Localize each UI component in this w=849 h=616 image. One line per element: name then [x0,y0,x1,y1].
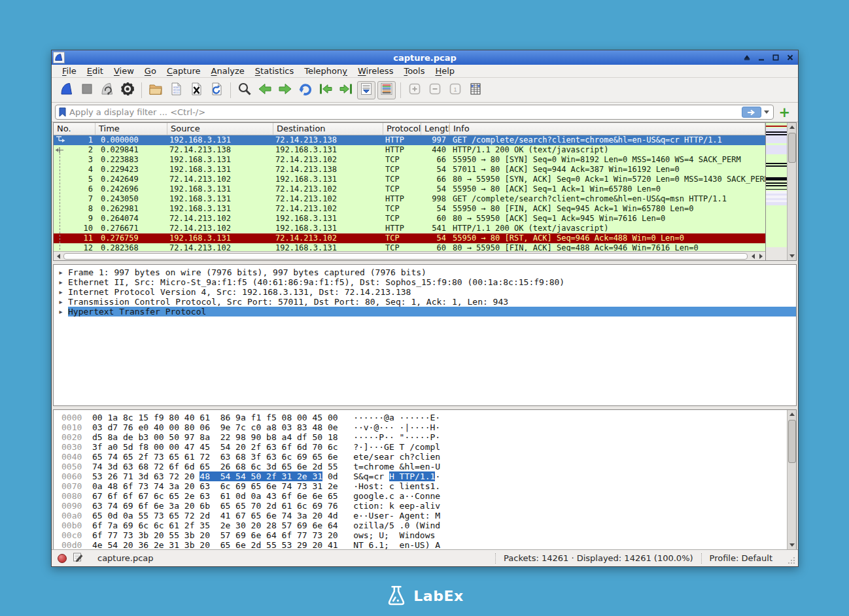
toolbar-go-back-button[interactable] [256,81,274,99]
hex-row[interactable]: 0060 53 26 71 3d 63 72 20 48 54 54 50 2f… [61,471,796,481]
horizontal-scroll-thumb[interactable] [63,253,748,260]
bookmark-icon[interactable] [58,107,67,117]
bytes-scroll-up-arrow-icon[interactable] [788,410,796,419]
display-filter-input[interactable]: Apply a display filter ... <Ctrl-/> [55,105,774,120]
scroll-left-arrow-icon[interactable] [54,252,62,260]
expander-triangle-icon[interactable]: ▸ [54,277,68,287]
packet-row[interactable]: 120.28236872.14.213.102192.168.3.131TCP6… [54,243,765,251]
packet-row[interactable]: 40.229423192.168.3.13172.14.213.138TCP54… [54,165,765,175]
scroll-left-arrow2-icon[interactable] [749,252,757,260]
shade-button[interactable] [742,54,751,62]
menu-go[interactable]: Go [139,65,162,77]
hex-row[interactable]: 00a0 65 0d 0a 55 73 65 72 2d 41 67 65 6e… [61,511,796,521]
add-filter-button-plus-icon[interactable]: + [774,106,795,119]
packet-row[interactable]: 20.02984172.14.213.138192.168.3.131HTTP4… [54,145,765,155]
toolbar-capture-options-button[interactable] [118,81,137,99]
bytes-scroll-thumb[interactable] [788,420,796,463]
menu-view[interactable]: View [109,65,139,77]
packet-list-horizontal-scrollbar[interactable] [54,251,765,260]
maximize-button[interactable] [771,54,780,62]
hex-row[interactable]: 0000 00 1a 8c 15 f9 80 40 61 86 9a f1 f5… [61,413,796,422]
toolbar-capture-restart-button[interactable] [98,81,116,99]
hex-row[interactable]: 0050 74 3d 63 68 72 6f 6d 65 26 68 6c 3d… [61,462,796,471]
toolbar-file-open-button[interactable] [147,81,165,99]
column-header-length[interactable]: Length [421,123,450,135]
intelligent-scrollbar-minimap[interactable] [765,123,787,260]
toolbar-auto-scroll-button[interactable] [357,81,375,99]
packet-list-vertical-scrollbar[interactable] [787,123,796,260]
menu-edit[interactable]: Edit [82,65,109,77]
hex-row[interactable]: 00c0 6f 77 73 3b 20 55 3b 20 57 69 6e 64… [61,530,796,540]
detail-line[interactable]: ▸Hypertext Transfer Protocol [54,307,796,317]
capture-comment-icon[interactable] [73,552,83,564]
toolbar-go-last-button[interactable] [337,81,355,99]
scroll-up-arrow-icon[interactable] [788,123,796,131]
packet-row[interactable]: 60.242696192.168.3.13172.14.213.102TCP54… [54,184,765,194]
toolbar-capture-stop-button[interactable] [78,81,96,99]
menu-statistics[interactable]: Statistics [250,65,299,77]
column-header-destination[interactable]: Destination [273,123,383,135]
packet-row[interactable]: 100.27667172.14.213.102192.168.3.131HTTP… [54,224,765,233]
packet-row[interactable]: 30.223883192.168.3.13172.14.213.102TCP66… [54,155,765,165]
hex-row[interactable]: 0030 3f a0 5d f8 00 00 47 45 54 20 2f 63… [61,442,796,452]
toolbar-colorize-button[interactable] [377,81,396,99]
bytes-vertical-scrollbar[interactable] [787,410,796,549]
toolbar-go-to-packet-button[interactable] [296,81,315,99]
detail-line[interactable]: ▸Ethernet II, Src: Micro-St_9a:f1:f5 (40… [54,277,796,287]
toolbar-zoom-in-button[interactable] [406,81,424,99]
menu-wireless[interactable]: Wireless [353,65,398,77]
hex-row[interactable]: 00d0 4e 54 20 36 2e 31 3b 20 65 6e 2d 55… [61,540,796,550]
toolbar-file-reload-button[interactable] [207,81,226,99]
packet-row[interactable]: 110.276759192.168.3.13172.14.213.102TCP5… [54,233,765,243]
scroll-down-arrow-icon[interactable] [788,252,796,260]
toolbar-file-save-button[interactable]: 010101100111 [167,81,185,99]
toolbar-go-forward-button[interactable] [276,81,294,99]
toolbar-resize-columns-button[interactable] [466,81,485,99]
menu-tools[interactable]: Tools [398,65,430,77]
menu-help[interactable]: Help [430,65,460,77]
menu-analyze[interactable]: Analyze [206,65,250,77]
menu-capture[interactable]: Capture [162,65,206,77]
packet-row[interactable]: 90.26407472.14.213.102192.168.3.131TCP60… [54,214,765,224]
column-header-info[interactable]: Info [450,123,765,135]
detail-line[interactable]: ▸Frame 1: 997 bytes on wire (7976 bits),… [54,267,796,277]
packet-row[interactable]: 10.000000192.168.3.13172.14.213.138HTTP9… [54,135,765,145]
hex-row[interactable]: 00b0 6f 7a 69 6c 6c 61 2f 35 2e 30 20 28… [61,521,796,530]
detail-line[interactable]: ▸Transmission Control Protocol, Src Port… [54,297,796,307]
vertical-scroll-thumb[interactable] [788,133,796,163]
menu-file[interactable]: File [57,65,82,77]
status-profile[interactable]: Profile: Default [710,553,772,563]
column-header-no[interactable]: No. [54,123,95,135]
hex-row[interactable]: 0020 d5 8a de b3 00 50 97 8a 22 98 90 b8… [61,432,796,442]
column-header-protocol[interactable]: Protocol [383,123,421,135]
apply-filter-button[interactable] [742,107,761,118]
hex-row[interactable]: 0010 03 d7 76 e0 40 00 80 06 9e 7c c0 a8… [61,422,796,432]
hex-row[interactable]: 0090 63 74 69 6f 6e 3a 20 6b 65 65 70 2d… [61,501,796,511]
expander-triangle-icon[interactable]: ▸ [54,307,68,317]
bytes-scroll-down-arrow-icon[interactable] [788,541,796,549]
toolbar-go-first-button[interactable] [317,81,335,99]
scroll-right-arrow-icon[interactable] [757,252,765,260]
close-button[interactable] [786,54,794,62]
toolbar-capture-start-button[interactable] [58,81,76,99]
minimize-button[interactable] [757,54,765,62]
hex-row[interactable]: 0040 65 74 65 2f 73 65 61 72 63 68 3f 63… [61,452,796,462]
hex-row[interactable]: 0080 67 6f 6f 67 6c 65 2e 63 61 0d 0a 43… [61,491,796,501]
hex-row[interactable]: 0070 0a 48 6f 73 74 3a 20 63 6c 69 65 6e… [61,481,796,491]
expander-triangle-icon[interactable]: ▸ [54,297,68,307]
detail-line[interactable]: ▸Internet Protocol Version 4, Src: 192.1… [54,287,796,297]
toolbar-zoom-out-button[interactable] [426,81,444,99]
column-header-source[interactable]: Source [167,123,273,135]
filter-dropdown-caret[interactable] [764,111,769,114]
packet-row[interactable]: 70.243050192.168.3.13172.14.213.102HTTP9… [54,194,765,204]
column-header-time[interactable]: Time [95,123,167,135]
expander-triangle-icon[interactable]: ▸ [54,287,68,297]
expert-info-icon[interactable] [58,554,67,563]
titlebar[interactable]: capture.pcap [52,50,798,65]
expander-triangle-icon[interactable]: ▸ [54,267,68,277]
resize-grip[interactable] [787,556,795,566]
packet-row[interactable]: 50.24264972.14.213.102192.168.3.131TCP66… [54,175,765,184]
toolbar-zoom-100-button[interactable]: 1 [446,81,464,99]
menu-telephony[interactable]: Telephony [299,65,353,77]
packet-row[interactable]: 80.262981192.168.3.13172.14.213.102TCP54… [54,204,765,214]
